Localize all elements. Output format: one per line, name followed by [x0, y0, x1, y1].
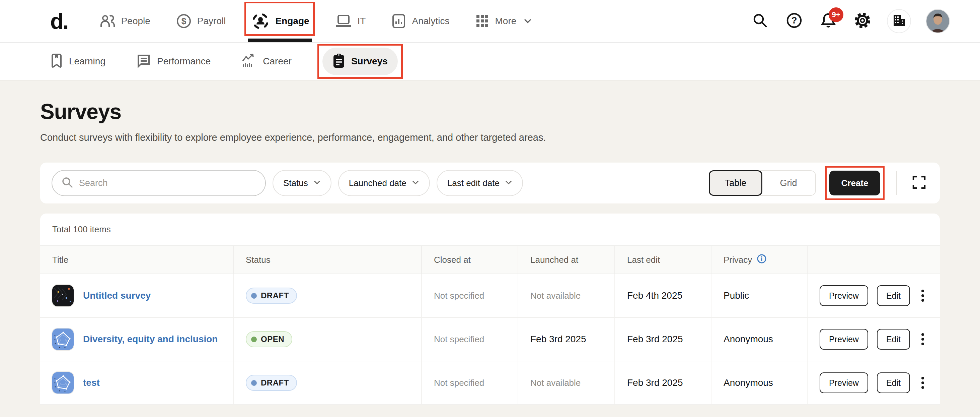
- nav-item-label: IT: [358, 16, 366, 27]
- nav-item-label: Engage: [275, 16, 309, 27]
- more-options-icon[interactable]: [919, 331, 927, 348]
- status-cell: OPEN: [234, 318, 422, 361]
- column-header-last-edit: Last edit: [615, 246, 711, 273]
- notifications-button[interactable]: 9+: [819, 11, 838, 31]
- subnav-item-learning[interactable]: Learning: [50, 53, 105, 69]
- launched-at-cell: Not available: [518, 274, 615, 317]
- engage-sub-nav: Learning Performance Career Surveys: [0, 43, 980, 80]
- nav-item-people[interactable]: People: [100, 0, 150, 42]
- survey-title-link[interactable]: Untitled survey: [83, 290, 151, 301]
- launched-at-cell: Feb 3rd 2025: [518, 318, 615, 361]
- subnav-item-label: Learning: [69, 56, 105, 67]
- closed-at-cell: Not specified: [422, 361, 518, 404]
- search-icon: [62, 177, 73, 189]
- svg-text:$: $: [181, 16, 186, 26]
- subnav-item-career[interactable]: Career: [242, 54, 292, 69]
- nav-item-engage[interactable]: Engage: [252, 0, 309, 42]
- fullscreen-icon: [912, 176, 926, 190]
- fullscreen-button[interactable]: [910, 174, 928, 192]
- launched-date-filter-dropdown[interactable]: Launched date: [338, 170, 430, 196]
- preview-button[interactable]: Preview: [819, 285, 868, 306]
- privacy-value: Anonymous: [724, 377, 773, 388]
- table-row: test DRAFT Not specified Not available F…: [40, 361, 940, 405]
- surveys-page: Surveys Conduct surveys with flexibility…: [0, 99, 980, 405]
- actions-cell: Preview Edit: [808, 361, 940, 404]
- survey-title-link[interactable]: test: [83, 377, 100, 388]
- surveys-table: Total 100 items Title Status Closed at L…: [40, 214, 940, 405]
- status-label: OPEN: [261, 334, 284, 344]
- survey-title-link[interactable]: Diversity, equity and inclusion: [83, 334, 218, 345]
- last-edit-cell: Feb 3rd 2025: [615, 318, 711, 361]
- search-input[interactable]: [79, 178, 256, 189]
- nav-item-label: More: [495, 16, 517, 27]
- view-toggle-table[interactable]: Table: [709, 170, 762, 196]
- nav-item-more[interactable]: More: [476, 0, 532, 42]
- preview-button[interactable]: Preview: [819, 329, 868, 350]
- edit-button[interactable]: Edit: [877, 372, 910, 393]
- create-button[interactable]: Create: [829, 171, 880, 195]
- closed-at-cell: Not specified: [422, 318, 518, 361]
- nav-item-analytics[interactable]: Analytics: [392, 0, 449, 42]
- nav-item-label: Payroll: [197, 16, 226, 27]
- deel-logo[interactable]: d.: [50, 10, 68, 32]
- title-cell: Diversity, equity and inclusion: [40, 318, 234, 361]
- launched-at-value: Not available: [530, 291, 581, 301]
- info-icon[interactable]: [757, 254, 767, 266]
- divider: [896, 171, 897, 195]
- payroll-icon: $: [177, 14, 191, 29]
- status-filter-dropdown[interactable]: Status: [272, 170, 331, 196]
- survey-thumbnail: [52, 329, 74, 350]
- settings-button[interactable]: [853, 11, 872, 31]
- title-cell: test: [40, 361, 234, 404]
- people-icon: [100, 14, 115, 28]
- last-edit-value: Feb 3rd 2025: [627, 377, 683, 388]
- edit-button[interactable]: Edit: [877, 285, 910, 306]
- column-header-status: Status: [234, 246, 422, 273]
- status-filter-label: Status: [283, 178, 308, 189]
- subnav-item-label: Surveys: [351, 56, 388, 67]
- launched-at-cell: Not available: [518, 361, 615, 404]
- status-cell: DRAFT: [234, 274, 422, 317]
- performance-icon: [136, 53, 151, 69]
- last-edit-date-filter-dropdown[interactable]: Last edit date: [437, 170, 523, 196]
- user-avatar[interactable]: [926, 9, 950, 33]
- more-options-icon[interactable]: [919, 374, 927, 391]
- top-nav-actions: ? 9+: [750, 9, 950, 33]
- nav-item-it[interactable]: IT: [336, 0, 366, 42]
- privacy-value: Public: [724, 290, 749, 301]
- privacy-cell: Anonymous: [711, 361, 808, 404]
- subnav-item-label: Performance: [157, 56, 211, 67]
- more-options-icon[interactable]: [919, 287, 927, 304]
- nav-item-label: Analytics: [412, 16, 449, 27]
- chevron-down-icon: [412, 180, 419, 186]
- table-row: Untitled survey DRAFT Not specified Not …: [40, 274, 940, 318]
- privacy-value: Anonymous: [724, 334, 773, 345]
- view-toggle-grid[interactable]: Grid: [762, 171, 815, 195]
- launched-at-value: Feb 3rd 2025: [530, 334, 586, 345]
- subnav-item-performance[interactable]: Performance: [136, 53, 211, 69]
- organization-button[interactable]: [887, 9, 911, 33]
- closed-at-value: Not specified: [434, 378, 484, 388]
- filter-bar: Status Launched date Last edit date Tabl…: [40, 163, 940, 203]
- status-badge: DRAFT: [246, 288, 297, 304]
- search-button[interactable]: [750, 11, 770, 31]
- laptop-icon: [336, 14, 352, 28]
- last-edit-value: Feb 4th 2025: [627, 290, 682, 301]
- subnav-item-surveys[interactable]: Surveys: [323, 48, 398, 75]
- column-header-privacy: Privacy: [711, 246, 808, 273]
- help-button[interactable]: ?: [784, 11, 804, 31]
- actions-cell: Preview Edit: [808, 318, 940, 361]
- last-edit-value: Feb 3rd 2025: [627, 334, 683, 345]
- edit-button[interactable]: Edit: [877, 329, 910, 350]
- nav-item-payroll[interactable]: $ Payroll: [177, 0, 226, 42]
- privacy-cell: Anonymous: [711, 318, 808, 361]
- search-field[interactable]: [52, 170, 266, 196]
- active-tab-indicator: [248, 38, 312, 42]
- analytics-icon: [392, 13, 406, 29]
- notification-count-badge: 9+: [829, 7, 843, 22]
- chevron-down-icon: [505, 180, 512, 186]
- title-cell: Untitled survey: [40, 274, 234, 317]
- column-header-actions: [808, 246, 940, 273]
- status-dot: [251, 293, 257, 299]
- preview-button[interactable]: Preview: [819, 372, 868, 393]
